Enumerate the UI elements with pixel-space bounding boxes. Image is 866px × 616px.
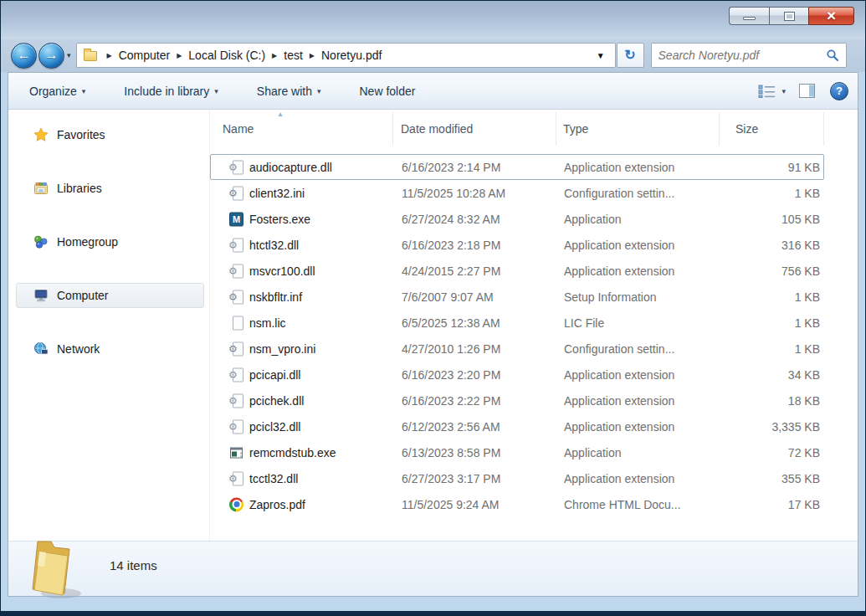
- file-date-modified: 11/5/2025 10:28 AM: [402, 187, 505, 200]
- back-button[interactable]: ←: [11, 43, 37, 69]
- file-type-icon: [229, 316, 243, 330]
- share-with-menu[interactable]: Share with ▾: [257, 85, 321, 98]
- file-date-modified: 6/16/2023 2:22 PM: [402, 394, 500, 408]
- navigation-pane: Favorites Libraries: [8, 110, 210, 541]
- file-date-modified: 6/13/2023 8:58 PM: [402, 446, 500, 459]
- file-size: 1 KB: [720, 290, 820, 304]
- file-name: pcicl32.dll: [249, 420, 300, 434]
- folder-icon: [84, 51, 97, 61]
- column-header-size[interactable]: Size: [735, 122, 758, 136]
- help-button[interactable]: ?: [830, 82, 848, 100]
- file-size: 17 KB: [720, 498, 820, 511]
- file-row-audiocapture.dll[interactable]: audiocapture.dll 6/16/2023 2:14 PM Appli…: [210, 154, 824, 180]
- file-name: Zapros.pdf: [249, 498, 305, 511]
- file-date-modified: 6/12/2023 2:56 AM: [402, 420, 500, 434]
- file-row-remcmdstub.exe[interactable]: remcmdstub.exe 6/13/2023 8:58 PM Applica…: [210, 439, 824, 465]
- file-size: 34 KB: [720, 368, 820, 382]
- organize-menu[interactable]: Organize ▾: [29, 85, 85, 98]
- sidebar-item-favorites[interactable]: Favorites: [16, 122, 204, 147]
- file-type-icon: [229, 212, 243, 226]
- large-folder-icon: [21, 538, 91, 602]
- toolbar-right-group: ▾ ?: [758, 82, 848, 100]
- maximize-icon: [785, 13, 794, 20]
- file-row-pcichek.dll[interactable]: pcichek.dll 6/16/2023 2:22 PM Applicatio…: [210, 388, 824, 413]
- maximize-button[interactable]: [769, 7, 808, 25]
- back-arrow-icon: ←: [18, 49, 31, 62]
- file-type: Application extension: [564, 420, 674, 434]
- sidebar-item-label: Libraries: [57, 182, 102, 195]
- breadcrumb-separator-icon: ▶: [107, 52, 112, 59]
- change-view-button[interactable]: ▾: [758, 85, 786, 98]
- file-row-nskbfltr.inf[interactable]: nskbfltr.inf 7/6/2007 9:07 AM Setup Info…: [210, 284, 824, 310]
- explorer-window: × ← → ▾ ▶Computer▶Local Disk (C:)▶test▶N…: [0, 0, 866, 616]
- file-row-pcicapi.dll[interactable]: pcicapi.dll 6/16/2023 2:20 PM Applicatio…: [210, 362, 824, 388]
- column-header-name[interactable]: Name: [223, 122, 254, 136]
- breadcrumb-segment[interactable]: Local Disk (C:): [188, 49, 265, 62]
- file-date-modified: 6/27/2024 8:32 AM: [402, 213, 500, 226]
- file-type-icon: [229, 264, 243, 278]
- new-folder-button[interactable]: New folder: [360, 85, 416, 98]
- list-view-icon: [758, 85, 776, 98]
- title-bar[interactable]: ×: [1, 1, 865, 38]
- file-date-modified: 6/16/2023 2:14 PM: [402, 161, 500, 174]
- forward-arrow-icon: →: [45, 49, 59, 62]
- file-row-pcicl32.dll[interactable]: pcicl32.dll 6/12/2023 2:56 AM Applicatio…: [210, 413, 824, 439]
- preview-pane-button[interactable]: [799, 84, 815, 98]
- status-bar: 14 items: [8, 541, 858, 597]
- search-box: [651, 43, 847, 68]
- search-icon[interactable]: [826, 49, 839, 62]
- breadcrumb-segment[interactable]: Computer: [119, 49, 170, 62]
- file-type: LIC File: [564, 316, 604, 330]
- breadcrumb-segment[interactable]: Noretyu.pdf: [321, 49, 382, 62]
- file-type-icon: [229, 393, 243, 408]
- main-content: Favorites Libraries: [8, 110, 858, 541]
- breadcrumb-segment[interactable]: test: [284, 49, 303, 62]
- include-in-library-label: Include in library: [124, 85, 209, 98]
- file-row-msvcr100.dll[interactable]: msvcr100.dll 4/24/2015 2:27 PM Applicati…: [210, 258, 824, 284]
- new-folder-label: New folder: [360, 85, 416, 98]
- file-type: Setup Information: [564, 290, 657, 304]
- file-date-modified: 4/24/2015 2:27 PM: [402, 264, 500, 278]
- refresh-button[interactable]: ↻: [617, 43, 644, 68]
- column-divider[interactable]: [719, 112, 720, 146]
- forward-button[interactable]: →: [38, 43, 64, 69]
- file-date-modified: 6/27/2023 3:17 PM: [402, 472, 500, 485]
- address-dropdown-icon[interactable]: ▼: [588, 51, 613, 60]
- sidebar-item-computer[interactable]: Computer: [16, 283, 204, 308]
- column-divider[interactable]: [556, 112, 556, 146]
- chevron-down-icon: ▾: [214, 87, 218, 95]
- column-divider[interactable]: [392, 112, 393, 146]
- column-divider[interactable]: [823, 112, 824, 146]
- file-row-htctl32.dll[interactable]: htctl32.dll 6/16/2023 2:18 PM Applicatio…: [210, 232, 824, 258]
- search-input[interactable]: [658, 49, 826, 62]
- column-header-date-modified[interactable]: Date modified: [401, 122, 473, 136]
- file-date-modified: 6/16/2023 2:18 PM: [402, 239, 500, 252]
- file-row-nsm.lic[interactable]: nsm.lic 6/5/2025 12:38 AM LIC File 1 KB: [210, 310, 824, 336]
- include-in-library-menu[interactable]: Include in library ▾: [124, 85, 218, 98]
- file-row-Zapros.pdf[interactable]: Zapros.pdf 11/5/2025 9:24 AM Chrome HTML…: [210, 491, 824, 517]
- file-row-client32.ini[interactable]: client32.ini 11/5/2025 10:28 AM Configur…: [210, 180, 824, 206]
- breadcrumb: ▶Computer▶Local Disk (C:)▶test▶Noretyu.p…: [100, 49, 588, 62]
- file-type-icon: [229, 186, 243, 200]
- sidebar-item-libraries[interactable]: Libraries: [16, 176, 204, 201]
- file-type: Chrome HTML Docu...: [564, 498, 681, 511]
- question-mark-icon: ?: [836, 85, 843, 97]
- file-row-tcctl32.dll[interactable]: tcctl32.dll 6/27/2023 3:17 PM Applicatio…: [210, 465, 824, 491]
- file-name: pcichek.dll: [249, 394, 304, 408]
- sidebar-item-homegroup[interactable]: Homegroup: [16, 229, 204, 254]
- address-bar[interactable]: ▶Computer▶Local Disk (C:)▶test▶Noretyu.p…: [76, 43, 616, 68]
- minimize-icon: [743, 17, 756, 20]
- sidebar-item-network[interactable]: Network: [16, 336, 204, 362]
- file-type: Application extension: [564, 472, 674, 485]
- network-icon: [33, 341, 49, 357]
- close-button[interactable]: ×: [808, 7, 854, 25]
- file-row-nsm_vpro.ini[interactable]: nsm_vpro.ini 4/27/2010 1:26 PM Configura…: [210, 336, 824, 362]
- column-header-type[interactable]: Type: [563, 122, 588, 136]
- file-size: 355 KB: [720, 472, 820, 485]
- minimize-button[interactable]: [729, 7, 769, 25]
- file-name: msvcr100.dll: [249, 264, 315, 278]
- file-type: Configuration settin...: [564, 187, 674, 200]
- recent-pages-dropdown[interactable]: ▾: [67, 51, 71, 59]
- window-controls: ×: [729, 7, 854, 25]
- file-row-Fosters.exe[interactable]: Fosters.exe 6/27/2024 8:32 AM Applicatio…: [210, 206, 824, 232]
